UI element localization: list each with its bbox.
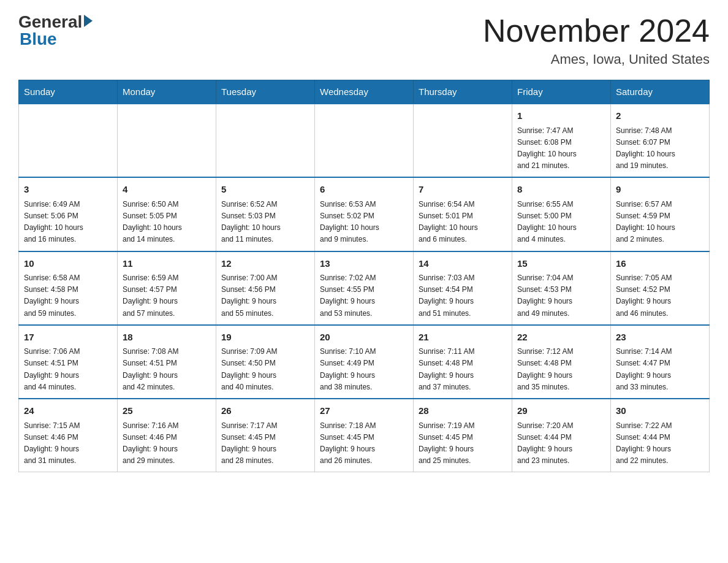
day-number: 4 <box>123 183 211 197</box>
day-info: Sunrise: 6:55 AMSunset: 5:00 PMDaylight:… <box>517 199 605 246</box>
calendar-cell: 6Sunrise: 6:53 AMSunset: 5:02 PMDaylight… <box>315 177 414 251</box>
day-number: 1 <box>517 109 605 123</box>
calendar-cell: 28Sunrise: 7:19 AMSunset: 4:45 PMDayligh… <box>414 399 512 472</box>
calendar-cell: 24Sunrise: 7:15 AMSunset: 4:46 PMDayligh… <box>19 399 118 472</box>
day-number: 8 <box>517 183 605 197</box>
day-info: Sunrise: 6:59 AMSunset: 4:57 PMDaylight:… <box>123 272 211 320</box>
day-info: Sunrise: 7:19 AMSunset: 4:45 PMDaylight:… <box>419 420 507 467</box>
calendar-cell <box>216 104 315 177</box>
day-number: 19 <box>221 331 309 345</box>
day-number: 21 <box>419 331 507 345</box>
calendar-cell: 27Sunrise: 7:18 AMSunset: 4:45 PMDayligh… <box>315 399 414 472</box>
day-info: Sunrise: 7:16 AMSunset: 4:46 PMDaylight:… <box>123 420 211 467</box>
day-number: 16 <box>616 257 704 271</box>
calendar-cell: 8Sunrise: 6:55 AMSunset: 5:00 PMDaylight… <box>512 177 611 251</box>
day-info: Sunrise: 7:14 AMSunset: 4:47 PMDaylight:… <box>616 346 704 393</box>
day-number: 10 <box>24 257 112 271</box>
calendar-cell: 19Sunrise: 7:09 AMSunset: 4:50 PMDayligh… <box>216 325 315 399</box>
calendar-cell: 12Sunrise: 7:00 AMSunset: 4:56 PMDayligh… <box>216 251 315 325</box>
calendar-cell: 18Sunrise: 7:08 AMSunset: 4:51 PMDayligh… <box>118 325 216 399</box>
day-info: Sunrise: 7:10 AMSunset: 4:49 PMDaylight:… <box>320 346 408 393</box>
logo: General Blue <box>18 12 93 49</box>
header-tuesday: Tuesday <box>216 80 315 104</box>
day-info: Sunrise: 7:06 AMSunset: 4:51 PMDaylight:… <box>24 346 112 393</box>
day-number: 29 <box>517 404 605 418</box>
calendar-cell: 23Sunrise: 7:14 AMSunset: 4:47 PMDayligh… <box>611 325 710 399</box>
day-number: 20 <box>320 331 408 345</box>
calendar-cell: 4Sunrise: 6:50 AMSunset: 5:05 PMDaylight… <box>118 177 216 251</box>
week-row-1: 1Sunrise: 7:47 AMSunset: 6:08 PMDaylight… <box>19 104 710 177</box>
calendar-cell <box>315 104 414 177</box>
day-info: Sunrise: 7:11 AMSunset: 4:48 PMDaylight:… <box>419 346 507 393</box>
day-number: 22 <box>517 331 605 345</box>
calendar-cell: 3Sunrise: 6:49 AMSunset: 5:06 PMDaylight… <box>19 177 118 251</box>
calendar-cell: 26Sunrise: 7:17 AMSunset: 4:45 PMDayligh… <box>216 399 315 472</box>
logo-blue-text: Blue <box>20 29 57 49</box>
day-number: 15 <box>517 257 605 271</box>
day-info: Sunrise: 7:00 AMSunset: 4:56 PMDaylight:… <box>221 272 309 320</box>
day-info: Sunrise: 7:47 AMSunset: 6:08 PMDaylight:… <box>517 125 605 172</box>
day-number: 13 <box>320 257 408 271</box>
day-number: 30 <box>616 404 704 418</box>
calendar-cell: 2Sunrise: 7:48 AMSunset: 6:07 PMDaylight… <box>611 104 710 177</box>
header-sunday: Sunday <box>19 80 118 104</box>
page-header: General Blue November 2024 Ames, Iowa, U… <box>18 12 710 67</box>
calendar-cell <box>414 104 512 177</box>
day-number: 24 <box>24 404 112 418</box>
day-info: Sunrise: 7:18 AMSunset: 4:45 PMDaylight:… <box>320 420 408 467</box>
calendar-cell: 16Sunrise: 7:05 AMSunset: 4:52 PMDayligh… <box>611 251 710 325</box>
day-info: Sunrise: 7:05 AMSunset: 4:52 PMDaylight:… <box>616 272 704 320</box>
calendar-cell: 29Sunrise: 7:20 AMSunset: 4:44 PMDayligh… <box>512 399 611 472</box>
calendar-cell: 30Sunrise: 7:22 AMSunset: 4:44 PMDayligh… <box>611 399 710 472</box>
calendar-cell: 14Sunrise: 7:03 AMSunset: 4:54 PMDayligh… <box>414 251 512 325</box>
calendar-cell: 20Sunrise: 7:10 AMSunset: 4:49 PMDayligh… <box>315 325 414 399</box>
header-wednesday: Wednesday <box>315 80 414 104</box>
day-number: 12 <box>221 257 309 271</box>
day-info: Sunrise: 7:12 AMSunset: 4:48 PMDaylight:… <box>517 346 605 393</box>
calendar-cell: 13Sunrise: 7:02 AMSunset: 4:55 PMDayligh… <box>315 251 414 325</box>
day-number: 9 <box>616 183 704 197</box>
calendar-cell: 15Sunrise: 7:04 AMSunset: 4:53 PMDayligh… <box>512 251 611 325</box>
header-monday: Monday <box>118 80 216 104</box>
day-number: 18 <box>123 331 211 345</box>
day-info: Sunrise: 6:53 AMSunset: 5:02 PMDaylight:… <box>320 199 408 246</box>
header-friday: Friday <box>512 80 611 104</box>
calendar-cell: 22Sunrise: 7:12 AMSunset: 4:48 PMDayligh… <box>512 325 611 399</box>
calendar-cell: 10Sunrise: 6:58 AMSunset: 4:58 PMDayligh… <box>19 251 118 325</box>
day-number: 3 <box>24 183 112 197</box>
calendar-cell: 9Sunrise: 6:57 AMSunset: 4:59 PMDaylight… <box>611 177 710 251</box>
day-info: Sunrise: 6:49 AMSunset: 5:06 PMDaylight:… <box>24 199 112 246</box>
day-number: 23 <box>616 331 704 345</box>
day-info: Sunrise: 7:02 AMSunset: 4:55 PMDaylight:… <box>320 272 408 320</box>
calendar-cell: 11Sunrise: 6:59 AMSunset: 4:57 PMDayligh… <box>118 251 216 325</box>
week-row-4: 17Sunrise: 7:06 AMSunset: 4:51 PMDayligh… <box>19 325 710 399</box>
day-number: 11 <box>123 257 211 271</box>
calendar-cell: 5Sunrise: 6:52 AMSunset: 5:03 PMDaylight… <box>216 177 315 251</box>
location-text: Ames, Iowa, United States <box>483 52 710 67</box>
day-info: Sunrise: 7:03 AMSunset: 4:54 PMDaylight:… <box>419 272 507 320</box>
day-number: 27 <box>320 404 408 418</box>
header-thursday: Thursday <box>414 80 512 104</box>
calendar-cell: 17Sunrise: 7:06 AMSunset: 4:51 PMDayligh… <box>19 325 118 399</box>
calendar-cell: 7Sunrise: 6:54 AMSunset: 5:01 PMDaylight… <box>414 177 512 251</box>
weekday-header-row: Sunday Monday Tuesday Wednesday Thursday… <box>19 80 710 104</box>
day-info: Sunrise: 6:54 AMSunset: 5:01 PMDaylight:… <box>419 199 507 246</box>
day-info: Sunrise: 7:20 AMSunset: 4:44 PMDaylight:… <box>517 420 605 467</box>
week-row-2: 3Sunrise: 6:49 AMSunset: 5:06 PMDaylight… <box>19 177 710 251</box>
calendar-cell: 21Sunrise: 7:11 AMSunset: 4:48 PMDayligh… <box>414 325 512 399</box>
logo-arrow-icon <box>84 15 93 27</box>
day-number: 17 <box>24 331 112 345</box>
header-saturday: Saturday <box>611 80 710 104</box>
day-info: Sunrise: 6:57 AMSunset: 4:59 PMDaylight:… <box>616 199 704 246</box>
week-row-5: 24Sunrise: 7:15 AMSunset: 4:46 PMDayligh… <box>19 399 710 472</box>
day-number: 14 <box>419 257 507 271</box>
day-info: Sunrise: 7:04 AMSunset: 4:53 PMDaylight:… <box>517 272 605 320</box>
calendar-table: Sunday Monday Tuesday Wednesday Thursday… <box>18 80 710 472</box>
calendar-cell <box>19 104 118 177</box>
title-section: November 2024 Ames, Iowa, United States <box>483 12 710 67</box>
day-number: 5 <box>221 183 309 197</box>
calendar-cell <box>118 104 216 177</box>
day-number: 6 <box>320 183 408 197</box>
day-info: Sunrise: 6:58 AMSunset: 4:58 PMDaylight:… <box>24 272 112 320</box>
day-info: Sunrise: 6:50 AMSunset: 5:05 PMDaylight:… <box>123 199 211 246</box>
